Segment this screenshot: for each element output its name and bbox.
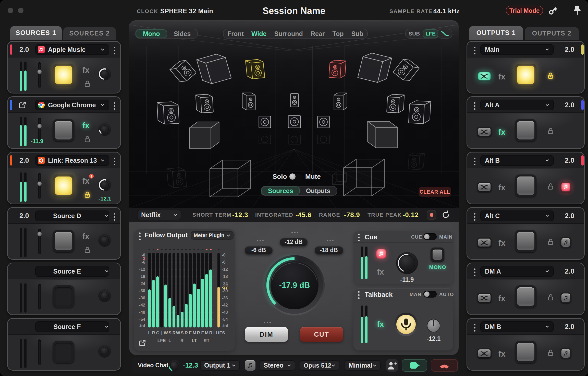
svg-text:-17.9 dB: -17.9 dB	[279, 281, 310, 290]
